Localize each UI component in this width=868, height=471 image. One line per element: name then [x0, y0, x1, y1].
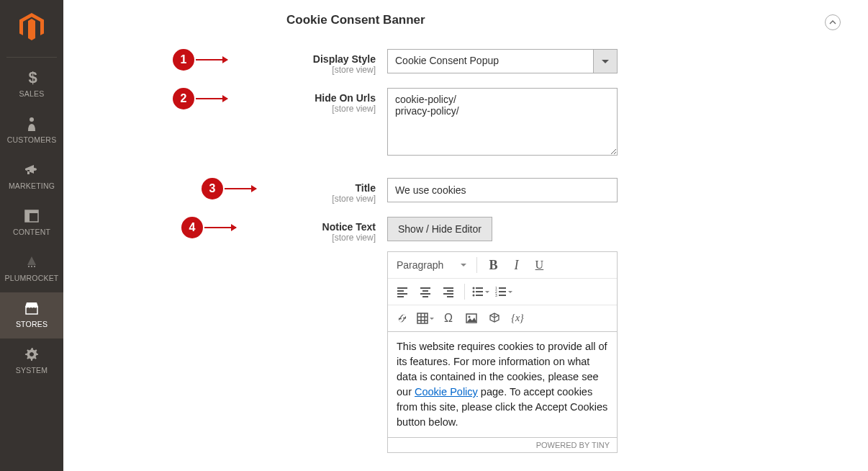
sidebar-label: STORES — [3, 320, 60, 328]
sidebar-item-system[interactable]: SYSTEM — [0, 338, 63, 385]
sidebar-label: CUSTOMERS — [3, 135, 60, 144]
svg-rect-3 — [25, 210, 38, 213]
field-scope-text: [store view] — [286, 233, 376, 243]
chevron-down-icon[interactable] — [593, 49, 618, 73]
field-row-notice-text: 4 Notice Text [store view] Show / Hide E… — [81, 217, 851, 453]
sidebar-item-sales[interactable]: $ SALES — [0, 62, 63, 108]
svg-rect-4 — [25, 213, 30, 222]
display-style-select[interactable]: Cookie Consent Popup — [387, 49, 618, 73]
sidebar-item-content[interactable]: CONTENT — [0, 200, 63, 246]
italic-button[interactable]: I — [506, 255, 526, 275]
person-icon — [3, 115, 60, 133]
tinymce-credit: POWERED BY TINY — [387, 438, 618, 453]
annotation-arrow — [196, 98, 227, 99]
field-label-text: Title — [286, 182, 376, 194]
svg-rect-8 — [26, 307, 37, 314]
layout-icon — [3, 207, 60, 225]
toolbar-separator — [464, 284, 465, 300]
wysiwyg-toolbar: Paragraph B I U 123 Ω — [387, 251, 618, 331]
image-button[interactable] — [461, 308, 482, 328]
annotation-marker-4: 4 — [181, 217, 203, 238]
annotation-marker-3: 3 — [202, 178, 223, 199]
variable-button[interactable]: {x} — [507, 308, 528, 328]
field-scope-text: [store view] — [286, 65, 376, 75]
svg-text:$: $ — [29, 70, 37, 86]
annotation-arrow — [204, 227, 236, 228]
widget-button[interactable] — [484, 308, 505, 328]
sidebar-label: SYSTEM — [3, 366, 60, 374]
align-right-button[interactable] — [438, 282, 458, 302]
annotation-arrow — [225, 188, 256, 189]
storefront-icon — [3, 300, 60, 317]
select-value: Cookie Consent Popup — [387, 49, 593, 73]
svg-point-11 — [473, 291, 475, 293]
field-row-title: 3 Title [store view] — [81, 178, 851, 204]
svg-point-7 — [34, 266, 35, 267]
bold-button[interactable]: B — [483, 255, 503, 275]
svg-rect-10 — [476, 287, 483, 289]
field-label-text: Notice Text — [286, 221, 376, 233]
annotation-marker-2: 2 — [173, 88, 194, 109]
svg-text:3: 3 — [495, 293, 497, 297]
annotation-arrow — [196, 59, 227, 60]
sidebar-item-marketing[interactable]: MARKETING — [0, 154, 63, 200]
sidebar-label: MARKETING — [3, 181, 60, 190]
table-button[interactable] — [415, 308, 435, 328]
underline-button[interactable]: U — [529, 255, 549, 275]
svg-point-27 — [469, 316, 471, 318]
megaphone-icon — [3, 161, 60, 179]
svg-rect-14 — [476, 295, 483, 296]
bullet-list-button[interactable] — [471, 282, 491, 302]
align-center-button[interactable] — [415, 282, 435, 302]
sidebar-item-plumrocket[interactable]: PLUMROCKET — [0, 246, 63, 292]
field-label: 3 Title [store view] — [286, 178, 387, 204]
show-hide-editor-button[interactable]: Show / Hide Editor — [387, 217, 492, 241]
cookie-policy-link[interactable]: Cookie Policy — [415, 386, 478, 398]
sidebar-item-stores[interactable]: STORES — [0, 292, 63, 338]
field-scope-text: [store view] — [286, 194, 376, 204]
collapse-section-button[interactable] — [825, 14, 841, 30]
align-left-button[interactable] — [392, 282, 412, 302]
svg-rect-18 — [499, 291, 506, 292]
field-label: 4 Notice Text [store view] — [286, 217, 387, 243]
format-dropdown[interactable]: Paragraph — [392, 256, 471, 274]
link-button[interactable] — [392, 308, 412, 328]
sidebar-label: SALES — [3, 89, 60, 98]
field-row-hide-on-urls: 2 Hide On Urls [store view] — [81, 88, 851, 158]
field-scope-text: [store view] — [286, 104, 376, 114]
field-row-display-style: 1 Display Style [store view] Cookie Cons… — [81, 49, 851, 75]
hide-on-urls-textarea[interactable] — [387, 88, 618, 156]
annotation-marker-1: 1 — [173, 49, 194, 71]
sidebar-label: CONTENT — [3, 228, 60, 236]
numbered-list-button[interactable]: 123 — [494, 282, 514, 302]
svg-point-9 — [473, 287, 475, 290]
svg-point-1 — [30, 117, 34, 122]
title-input[interactable] — [387, 178, 618, 202]
sidebar-label: PLUMROCKET — [3, 274, 60, 282]
gear-icon — [3, 346, 60, 363]
page-title: Cookie Consent Banner — [286, 13, 851, 27]
svg-rect-20 — [499, 295, 506, 296]
svg-rect-16 — [499, 287, 506, 289]
toolbar-separator — [476, 257, 477, 273]
svg-rect-12 — [476, 291, 483, 292]
admin-sidebar: $ SALES CUSTOMERS MARKETING CONTENT PLUM… — [0, 0, 63, 471]
svg-point-6 — [31, 266, 32, 267]
svg-point-13 — [473, 295, 475, 297]
plumrocket-icon — [3, 254, 60, 271]
field-label-text: Display Style — [286, 53, 376, 65]
field-label: 1 Display Style [store view] — [286, 49, 387, 75]
dollar-icon: $ — [3, 69, 60, 86]
sidebar-item-customers[interactable]: CUSTOMERS — [0, 108, 63, 154]
field-label-text: Hide On Urls — [286, 92, 376, 104]
wysiwyg-editor-body[interactable]: This website requires cookies to provide… — [387, 331, 618, 438]
svg-rect-21 — [417, 313, 428, 323]
main-content: Cookie Consent Banner 1 Display Style [s… — [63, 0, 868, 471]
magento-logo — [19, 0, 44, 53]
special-char-button[interactable]: Ω — [438, 308, 458, 328]
svg-point-5 — [28, 266, 30, 267]
field-label: 2 Hide On Urls [store view] — [286, 88, 387, 114]
